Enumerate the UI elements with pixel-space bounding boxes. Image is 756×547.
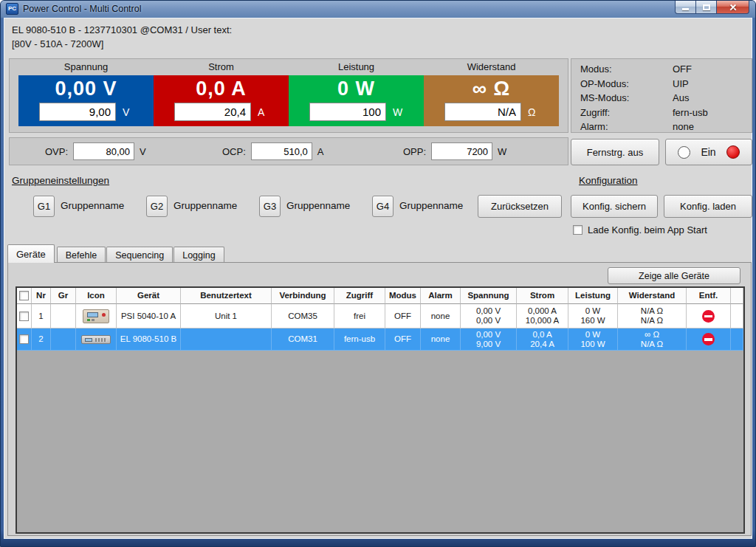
tab-geraete[interactable]: Geräte bbox=[7, 244, 55, 263]
status-value-zugriff: fern-usb bbox=[673, 107, 708, 118]
resistance-display: ∞ Ω Ω bbox=[424, 75, 559, 126]
col-header-widerstand[interactable]: Widerstand bbox=[618, 288, 687, 304]
col-header-benutzertext[interactable]: Benutzertext bbox=[181, 288, 272, 304]
ocp-label: OCP: bbox=[222, 146, 246, 157]
power-on-button[interactable]: Ein bbox=[665, 139, 752, 165]
resistance-actual-value: ∞ Ω bbox=[424, 78, 559, 100]
row2-modus: OFF bbox=[385, 328, 421, 351]
col-header-verbindung[interactable]: Verbindung bbox=[272, 288, 334, 304]
ovp-unit: V bbox=[140, 146, 146, 157]
app-icon: PC bbox=[6, 3, 18, 15]
col-header-strom[interactable]: Strom bbox=[517, 288, 568, 304]
col-header-icon[interactable]: Icon bbox=[76, 288, 117, 304]
resistance-set-unit: Ω bbox=[528, 106, 538, 118]
group-button-g3[interactable]: G3 bbox=[259, 196, 281, 217]
remove-device-icon[interactable] bbox=[702, 333, 715, 345]
col-header-zugriff[interactable]: Zugriff bbox=[334, 288, 385, 304]
table-header-row: Nr Gr Icon Gerät Benutzertext Verbindung… bbox=[17, 288, 743, 304]
status-label-alarm: Alarm: bbox=[580, 121, 673, 132]
close-button[interactable] bbox=[716, 1, 749, 14]
config-save-button[interactable]: Konfig. sichern bbox=[571, 195, 658, 218]
row-checkbox[interactable] bbox=[19, 334, 29, 344]
voltage-set-input[interactable] bbox=[39, 103, 116, 121]
group-button-g1[interactable]: G1 bbox=[33, 196, 55, 217]
power-actual-value: 0 W bbox=[289, 78, 424, 100]
close-icon bbox=[729, 3, 738, 12]
remove-device-icon[interactable] bbox=[702, 310, 715, 323]
row1-benutzertext: Unit 1 bbox=[181, 304, 272, 328]
device-row-1[interactable]: 1 PSI 5040-10 A Unit 1 COM35 frei OFF no… bbox=[17, 304, 743, 328]
row2-nr: 2 bbox=[32, 328, 51, 351]
config-autoload-checkbox[interactable] bbox=[573, 225, 583, 235]
tabstrip: Geräte Befehle Sequencing Logging bbox=[7, 244, 225, 263]
minimize-icon bbox=[682, 8, 689, 10]
power-radio-icon[interactable] bbox=[678, 146, 690, 159]
device-table: Nr Gr Icon Gerät Benutzertext Verbindung… bbox=[16, 286, 745, 534]
row1-verbindung: COM35 bbox=[272, 304, 334, 328]
row2-alarm: none bbox=[421, 328, 461, 351]
opp-label: OPP: bbox=[403, 146, 426, 157]
reset-groups-button[interactable]: Zurücksetzen bbox=[478, 195, 562, 218]
status-label-ms-modus: MS-Modus: bbox=[580, 92, 673, 103]
row2-gr bbox=[51, 328, 76, 351]
row2-verbindung: COM31 bbox=[272, 328, 334, 351]
select-all-checkbox[interactable] bbox=[19, 291, 29, 300]
meter-label-power: Leistung bbox=[289, 61, 424, 72]
row1-nr: 1 bbox=[32, 304, 51, 328]
voltage-display: 0,00 V V bbox=[18, 75, 154, 126]
current-actual-value: 0,0 A bbox=[154, 78, 289, 100]
row2-geraet: EL 9080-510 B bbox=[117, 328, 181, 351]
el-device-icon bbox=[81, 335, 111, 344]
tab-befehle[interactable]: Befehle bbox=[57, 247, 106, 263]
tab-sequencing[interactable]: Sequencing bbox=[106, 247, 173, 263]
remote-control-off-button[interactable]: Fernstrg. aus bbox=[571, 139, 659, 165]
device-row-2-selected[interactable]: 2 EL 9080-510 B COM31 fern-usb OFF none … bbox=[17, 328, 743, 351]
col-header-entf[interactable]: Entf. bbox=[687, 288, 731, 304]
group-button-g4[interactable]: G4 bbox=[372, 196, 394, 217]
titlebar[interactable]: PC Power Control - Multi Control bbox=[1, 1, 755, 18]
group-name-g3: Gruppenname bbox=[286, 200, 350, 211]
status-value-op-modus: UIP bbox=[673, 78, 689, 89]
row2-zugriff: fern-usb bbox=[334, 328, 385, 351]
ocp-unit: A bbox=[317, 146, 324, 157]
col-header-gr[interactable]: Gr bbox=[51, 288, 76, 304]
show-all-devices-button[interactable]: Zeige alle Geräte bbox=[608, 267, 740, 284]
power-set-input[interactable] bbox=[309, 103, 386, 121]
app-window: PC Power Control - Multi Control EL 9080… bbox=[0, 0, 756, 547]
voltage-set-unit: V bbox=[123, 106, 133, 118]
group-name-g1: Gruppenname bbox=[61, 200, 124, 211]
current-set-input[interactable] bbox=[174, 103, 251, 121]
tab-logging[interactable]: Logging bbox=[173, 247, 224, 263]
row-checkbox[interactable] bbox=[19, 312, 29, 321]
col-header-modus[interactable]: Modus bbox=[385, 288, 421, 304]
ovp-label: OVP: bbox=[45, 146, 68, 157]
col-header-geraet[interactable]: Gerät bbox=[117, 288, 181, 304]
voltage-actual-value: 0,00 V bbox=[18, 78, 154, 100]
row2-benutzertext bbox=[181, 328, 272, 351]
status-label-modus: Modus: bbox=[580, 63, 673, 75]
col-header-spannung[interactable]: Spannung bbox=[461, 288, 517, 304]
ocp-input[interactable] bbox=[251, 142, 312, 160]
config-load-button[interactable]: Konfig. laden bbox=[664, 195, 752, 218]
opp-input[interactable] bbox=[431, 142, 492, 160]
minimize-button[interactable] bbox=[675, 1, 696, 14]
col-header-nr[interactable]: Nr bbox=[32, 288, 51, 304]
col-header-leistung[interactable]: Leistung bbox=[568, 288, 618, 304]
status-label-zugriff: Zugriff: bbox=[580, 107, 673, 118]
maximize-button[interactable] bbox=[696, 1, 716, 14]
resistance-set-input[interactable] bbox=[444, 103, 521, 121]
group-button-g2[interactable]: G2 bbox=[146, 196, 168, 217]
ovp-input[interactable] bbox=[73, 142, 134, 160]
status-label-op-modus: OP-Modus: bbox=[580, 78, 673, 89]
row1-zugriff: frei bbox=[334, 304, 385, 328]
configuration-heading: Konfiguration bbox=[579, 175, 638, 186]
device-info-header: EL 9080-510 B - 1237710301 @COM31 / User… bbox=[12, 23, 232, 51]
config-autoload-label: Lade Konfig. beim App Start bbox=[588, 224, 707, 235]
power-display: 0 W W bbox=[289, 75, 424, 126]
current-set-unit: A bbox=[258, 106, 268, 118]
power-led-icon bbox=[726, 145, 740, 159]
device-info-line2: [80V - 510A - 7200W] bbox=[12, 37, 232, 51]
col-header-alarm[interactable]: Alarm bbox=[421, 288, 461, 304]
group-settings-heading: Gruppeneinstellungen bbox=[12, 175, 109, 186]
status-panel: Modus:OFF OP-Modus:UIP MS-Modus:Aus Zugr… bbox=[571, 58, 752, 133]
